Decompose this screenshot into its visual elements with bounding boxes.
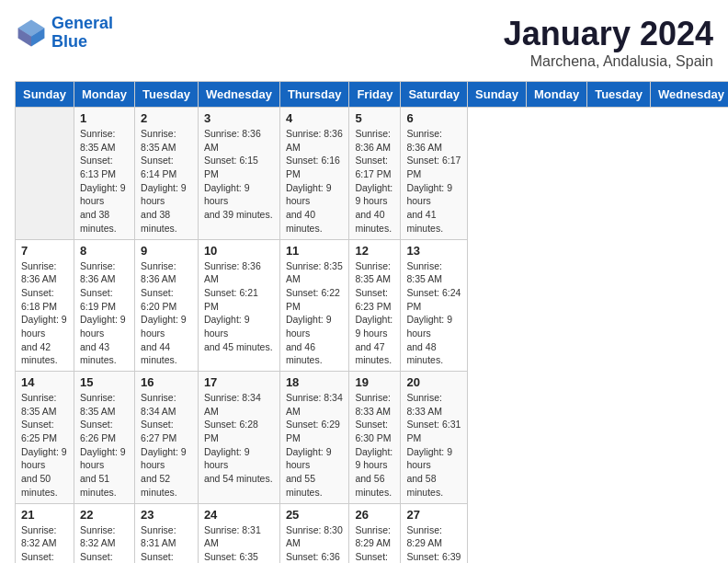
header-friday: Friday [349,82,401,108]
logo-general: General [51,15,113,33]
day-info: Sunrise: 8:32 AMSunset: 6:33 PMDaylight:… [80,523,129,564]
day-info: Sunrise: 8:29 AMSunset: 6:39 PMDaylight:… [406,523,461,564]
day-number: 27 [406,508,461,522]
calendar-cell: 25Sunrise: 8:30 AMSunset: 6:36 PMDayligh… [279,503,349,563]
day-number: 7 [21,244,68,258]
day-number: 26 [355,508,394,522]
day-number: 17 [204,375,274,389]
logo-blue: Blue [51,33,113,52]
header-wednesday: Wednesday [198,82,279,108]
day-info: Sunrise: 8:35 AMSunset: 6:23 PMDaylight:… [355,259,394,368]
calendar-week-2: 7Sunrise: 8:36 AMSunset: 6:18 PMDaylight… [16,239,729,372]
col-header-tuesday: Tuesday [587,82,651,108]
calendar-cell: 18Sunrise: 8:34 AMSunset: 6:29 PMDayligh… [279,372,349,504]
day-info: Sunrise: 8:35 AMSunset: 6:14 PMDaylight:… [141,127,192,236]
day-info: Sunrise: 8:35 AMSunset: 6:13 PMDaylight:… [80,127,129,236]
calendar-cell: 14Sunrise: 8:35 AMSunset: 6:25 PMDayligh… [16,372,74,504]
calendar-header-row: SundayMondayTuesdayWednesdayThursdayFrid… [16,82,729,108]
day-number: 4 [286,111,344,125]
calendar-cell: 4Sunrise: 8:36 AMSunset: 6:16 PMDaylight… [279,108,349,240]
day-number: 1 [80,111,129,125]
header-monday: Monday [74,82,134,108]
calendar-cell: 21Sunrise: 8:32 AMSunset: 6:32 PMDayligh… [16,503,74,563]
day-number: 10 [204,244,274,258]
calendar-cell: 17Sunrise: 8:34 AMSunset: 6:28 PMDayligh… [198,372,279,504]
calendar-cell: 2Sunrise: 8:35 AMSunset: 6:14 PMDaylight… [135,108,199,240]
day-info: Sunrise: 8:36 AMSunset: 6:21 PMDaylight:… [204,259,274,354]
day-number: 11 [286,244,344,258]
calendar-cell: 13Sunrise: 8:35 AMSunset: 6:24 PMDayligh… [401,239,468,372]
calendar-cell: 27Sunrise: 8:29 AMSunset: 6:39 PMDayligh… [401,503,468,563]
day-info: Sunrise: 8:35 AMSunset: 6:26 PMDaylight:… [80,391,129,500]
day-info: Sunrise: 8:32 AMSunset: 6:32 PMDaylight:… [21,523,68,564]
day-info: Sunrise: 8:36 AMSunset: 6:15 PMDaylight:… [204,127,274,222]
day-info: Sunrise: 8:36 AMSunset: 6:19 PMDaylight:… [80,259,129,368]
calendar-week-3: 14Sunrise: 8:35 AMSunset: 6:25 PMDayligh… [16,372,729,504]
day-number: 3 [204,111,274,125]
calendar-cell: 7Sunrise: 8:36 AMSunset: 6:18 PMDaylight… [16,239,74,372]
calendar-table: SundayMondayTuesdayWednesdayThursdayFrid… [15,81,728,563]
day-number: 20 [406,375,461,389]
day-number: 6 [406,111,461,125]
day-number: 24 [204,508,274,522]
calendar-cell: 3Sunrise: 8:36 AMSunset: 6:15 PMDaylight… [198,108,279,240]
month-title: January 2024 [504,15,713,53]
day-info: Sunrise: 8:34 AMSunset: 6:29 PMDaylight:… [286,391,344,500]
day-number: 2 [141,111,192,125]
header-sunday: Sunday [16,82,74,108]
day-number: 16 [141,375,192,389]
day-number: 5 [355,111,394,125]
col-header-wednesday: Wednesday [650,82,728,108]
calendar-cell: 12Sunrise: 8:35 AMSunset: 6:23 PMDayligh… [349,239,401,372]
page-header: General Blue January 2024 Marchena, Anda… [15,15,713,70]
col-header-monday: Monday [527,82,587,108]
day-number: 15 [80,375,129,389]
header-tuesday: Tuesday [135,82,199,108]
calendar-cell: 20Sunrise: 8:33 AMSunset: 6:31 PMDayligh… [401,372,468,504]
title-block: January 2024 Marchena, Andalusia, Spain [504,15,713,70]
calendar-cell: 6Sunrise: 8:36 AMSunset: 6:17 PMDaylight… [401,108,468,240]
day-number: 21 [21,508,68,522]
day-info: Sunrise: 8:30 AMSunset: 6:36 PMDaylight:… [286,523,344,564]
calendar-cell: 22Sunrise: 8:32 AMSunset: 6:33 PMDayligh… [74,503,134,563]
day-info: Sunrise: 8:35 AMSunset: 6:22 PMDaylight:… [286,259,344,368]
day-info: Sunrise: 8:31 AMSunset: 6:35 PMDaylight:… [204,523,274,564]
day-number: 25 [286,508,344,522]
day-info: Sunrise: 8:33 AMSunset: 6:30 PMDaylight:… [355,391,394,500]
calendar-cell: 15Sunrise: 8:35 AMSunset: 6:26 PMDayligh… [74,372,134,504]
calendar-cell: 26Sunrise: 8:29 AMSunset: 6:38 PMDayligh… [349,503,401,563]
day-number: 9 [141,244,192,258]
day-info: Sunrise: 8:29 AMSunset: 6:38 PMDaylight:… [355,523,394,564]
calendar-cell: 23Sunrise: 8:31 AMSunset: 6:34 PMDayligh… [135,503,199,563]
day-info: Sunrise: 8:36 AMSunset: 6:17 PMDaylight:… [355,127,394,236]
day-info: Sunrise: 8:35 AMSunset: 6:24 PMDaylight:… [406,259,461,368]
calendar-cell [16,108,74,240]
day-info: Sunrise: 8:36 AMSunset: 6:16 PMDaylight:… [286,127,344,236]
calendar-cell: 8Sunrise: 8:36 AMSunset: 6:19 PMDaylight… [74,239,134,372]
day-info: Sunrise: 8:35 AMSunset: 6:25 PMDaylight:… [21,391,68,500]
day-info: Sunrise: 8:34 AMSunset: 6:28 PMDaylight:… [204,391,274,486]
day-number: 23 [141,508,192,522]
day-info: Sunrise: 8:31 AMSunset: 6:34 PMDaylight:… [141,523,192,564]
location: Marchena, Andalusia, Spain [504,53,713,70]
calendar-week-1: 1Sunrise: 8:35 AMSunset: 6:13 PMDaylight… [16,108,729,240]
calendar-cell: 9Sunrise: 8:36 AMSunset: 6:20 PMDaylight… [135,239,199,372]
calendar-cell: 16Sunrise: 8:34 AMSunset: 6:27 PMDayligh… [135,372,199,504]
day-number: 22 [80,508,129,522]
logo-icon [15,17,48,50]
day-info: Sunrise: 8:33 AMSunset: 6:31 PMDaylight:… [406,391,461,500]
calendar-week-4: 21Sunrise: 8:32 AMSunset: 6:32 PMDayligh… [16,503,729,563]
day-number: 8 [80,244,129,258]
day-number: 14 [21,375,68,389]
calendar-cell: 24Sunrise: 8:31 AMSunset: 6:35 PMDayligh… [198,503,279,563]
calendar-cell: 19Sunrise: 8:33 AMSunset: 6:30 PMDayligh… [349,372,401,504]
day-info: Sunrise: 8:36 AMSunset: 6:17 PMDaylight:… [406,127,461,236]
day-number: 19 [355,375,394,389]
header-thursday: Thursday [279,82,349,108]
day-number: 18 [286,375,344,389]
calendar-cell: 5Sunrise: 8:36 AMSunset: 6:17 PMDaylight… [349,108,401,240]
calendar-cell: 11Sunrise: 8:35 AMSunset: 6:22 PMDayligh… [279,239,349,372]
day-info: Sunrise: 8:36 AMSunset: 6:20 PMDaylight:… [141,259,192,368]
col-header-sunday: Sunday [468,82,527,108]
day-number: 12 [355,244,394,258]
